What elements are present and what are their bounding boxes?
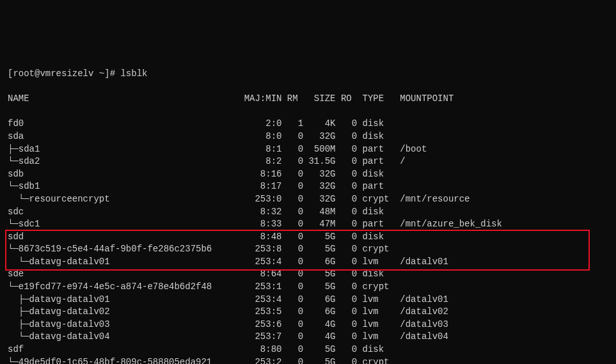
cell-ro: 0 (341, 243, 357, 256)
cell-name: ├─sda1 (8, 143, 244, 156)
cell-type: crypt (362, 356, 394, 364)
cell-ro: 0 (341, 193, 357, 206)
cell-type: part (362, 218, 394, 231)
cell-size: 5G (303, 243, 335, 256)
cell-type: disk (362, 131, 394, 143)
cell-type: lvm (362, 294, 394, 306)
cell-name: ├─datavg-datalv03 (8, 319, 244, 331)
cell-name: └─sda2 (8, 155, 244, 168)
cell-rm: 0 (287, 155, 303, 168)
cell-ro: 0 (341, 319, 357, 331)
cell-rm: 0 (287, 281, 303, 294)
table-row: ├─sda18:1 0500M 0 part /boot (8, 143, 608, 156)
cell-majmin: 253:7 (244, 331, 282, 344)
col-header-name: NAME (8, 93, 244, 106)
cell-type: part (362, 180, 394, 193)
cell-size: 32G (303, 131, 335, 143)
cell-rm: 0 (287, 306, 303, 319)
cell-type: part (362, 143, 394, 156)
table-row: ├─datavg-datalv03253:6 04G 0 lvm /datalv… (8, 319, 608, 331)
cell-name: └─datavg-datalv01 (8, 256, 244, 269)
cell-rm: 0 (287, 193, 303, 206)
cell-name: sdd (8, 231, 244, 244)
table-row: sda8:0 032G 0 disk (8, 131, 608, 143)
cell-ro: 0 (341, 281, 357, 294)
cell-name: └─datavg-datalv04 (8, 331, 244, 344)
cell-mount: /mnt/azure_bek_disk (400, 218, 502, 231)
cell-ro: 0 (341, 118, 357, 131)
cell-majmin: 8:17 (244, 180, 282, 193)
cell-rm: 0 (287, 331, 303, 344)
cell-mount: /boot (400, 143, 427, 156)
cell-name: ├─datavg-datalv02 (8, 306, 244, 319)
cell-majmin: 8:32 (244, 206, 282, 219)
cell-majmin: 253:6 (244, 319, 282, 331)
col-header-type: TYPE (362, 93, 394, 106)
cell-type: crypt (362, 193, 394, 206)
cell-ro: 0 (341, 344, 357, 356)
cell-name: ├─datavg-datalv01 (8, 294, 244, 306)
cell-ro: 0 (341, 256, 357, 269)
cell-size: 4G (303, 319, 335, 331)
cell-size: 5G (303, 281, 335, 294)
cell-mount: /datalv02 (400, 306, 448, 319)
cell-rm: 0 (287, 344, 303, 356)
cell-name: sdb (8, 168, 244, 181)
cell-type: crypt (362, 281, 394, 294)
cell-rm: 0 (287, 168, 303, 181)
cell-majmin: 253:5 (244, 306, 282, 319)
cell-ro: 0 (341, 180, 357, 193)
cell-name: └─sdc1 (8, 218, 244, 231)
table-row: ├─datavg-datalv02253:5 06G 0 lvm /datalv… (8, 306, 608, 319)
cell-size: 500M (303, 143, 335, 156)
cell-name: └─49de5df0-1c65-48bf-809c-588805eda921 (8, 356, 244, 364)
cell-name: fd0 (8, 118, 244, 131)
cell-majmin: 8:64 (244, 268, 282, 281)
cell-ro: 0 (341, 206, 357, 219)
cell-ro: 0 (341, 143, 357, 156)
cell-size: 31.5G (303, 155, 335, 168)
table-row: └─49de5df0-1c65-48bf-809c-588805eda92125… (8, 356, 608, 364)
cell-ro: 0 (341, 155, 357, 168)
table-row: sde8:64 05G 0 disk (8, 268, 608, 281)
cell-rm: 0 (287, 180, 303, 193)
cell-type: disk (362, 118, 394, 131)
cell-rm: 0 (287, 256, 303, 269)
table-row: sdb8:16 032G 0 disk (8, 168, 608, 181)
cell-size: 6G (303, 294, 335, 306)
col-header-majmin: MAJ:MIN (244, 93, 282, 106)
cell-name: └─resourceencrypt (8, 193, 244, 206)
cell-size: 32G (303, 168, 335, 181)
terminal-output: [root@vmresizelv ~]# lsblk NAMEMAJ:MIN R… (8, 55, 608, 364)
cell-size: 48M (303, 206, 335, 219)
cell-type: disk (362, 268, 394, 281)
table-row: sdf8:80 05G 0 disk (8, 344, 608, 356)
cell-rm: 0 (287, 206, 303, 219)
cell-ro: 0 (341, 306, 357, 319)
command-line: [root@vmresizelv ~]# lsblk (8, 68, 608, 81)
cell-rm: 0 (287, 143, 303, 156)
command-text: lsblk (120, 68, 147, 79)
cell-type: lvm (362, 306, 394, 319)
cell-majmin: 253:1 (244, 281, 282, 294)
cell-majmin: 253:4 (244, 294, 282, 306)
table-row: └─sdc18:33 047M 0 part /mnt/azure_bek_di… (8, 218, 608, 231)
table-row: ├─datavg-datalv01253:4 06G 0 lvm /datalv… (8, 294, 608, 306)
cell-majmin: 8:33 (244, 218, 282, 231)
cell-type: disk (362, 206, 394, 219)
cell-size: 4K (303, 118, 335, 131)
cell-ro: 0 (341, 168, 357, 181)
cell-majmin: 253:4 (244, 256, 282, 269)
cell-size: 32G (303, 193, 335, 206)
cell-ro: 0 (341, 268, 357, 281)
cell-type: disk (362, 168, 394, 181)
cell-ro: 0 (341, 356, 357, 364)
cell-type: crypt (362, 243, 394, 256)
cell-ro: 0 (341, 331, 357, 344)
cell-mount: /datalv01 (400, 256, 448, 269)
cell-size: 5G (303, 344, 335, 356)
table-row: └─sda28:2 031.5G 0 part / (8, 155, 608, 168)
cell-type: part (362, 155, 394, 168)
cell-size: 4G (303, 331, 335, 344)
table-row: └─e19fcd77-e974-4e5c-a874-e78e4b6d2f4825… (8, 281, 608, 294)
